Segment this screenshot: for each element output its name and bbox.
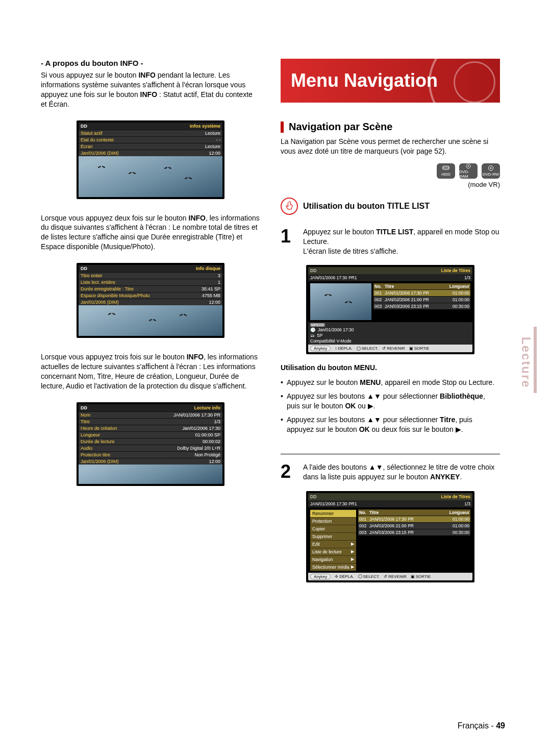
osd-row-value: 12:00: [209, 459, 220, 464]
table-row[interactable]: 003 JAN/03/2006 23:15 PR 00:30:00: [358, 529, 470, 535]
title-thumbnail: [310, 283, 371, 320]
bird-icon: [186, 177, 191, 180]
table-row[interactable]: 001 JAN/01/2006 17:30 PR 01:00:00: [358, 516, 470, 522]
return-icon: ↺: [382, 346, 386, 351]
label: DÉPLA.: [339, 574, 354, 579]
label: Supprimer: [312, 534, 332, 539]
osd-page-indicator: 1/3: [464, 275, 470, 280]
osd-title-list-context: DD Liste de Titres JAN/01/2006 17:30 PR1…: [306, 491, 474, 582]
ctx-delete[interactable]: Supprimer: [310, 532, 356, 540]
osd-dd-label: DD: [81, 266, 87, 271]
osd-row-value: 3: [218, 273, 220, 278]
osd-title: Liste de Titres: [441, 268, 470, 273]
bird-icon: [325, 294, 331, 297]
osd-row-label: Espace disponible Musique/Photo: [81, 293, 150, 298]
osd-row-label: Titre: [81, 419, 90, 424]
menu-button-steps: Appuyez sur le bouton MENU, appareil en …: [281, 378, 500, 438]
col-head-length: Longueur: [446, 283, 470, 289]
bird-icon: [150, 319, 155, 322]
page-number: 49: [496, 721, 505, 730]
label: Navigation: [312, 557, 333, 562]
step-1: 1 Appuyez sur le bouton TITLE LIST, appa…: [281, 227, 500, 256]
table-row[interactable]: 001 JAN/01/2006 17:30 PR 01:00:00: [373, 289, 470, 296]
heading-text: Navigation par Scène: [289, 121, 392, 133]
osd-row-value: 00:00:02: [203, 439, 220, 444]
title-table: No. Titre Longueur 001 JAN/01/2006 17:30…: [358, 509, 470, 571]
ctx-playlist[interactable]: Liste de lecture▶: [310, 548, 356, 555]
meta-datetime: Jan/01/2006 17:30: [318, 327, 354, 332]
ctx-copy[interactable]: Copier: [310, 525, 356, 532]
quality-icon: 🗂: [310, 333, 315, 338]
anykey-pill[interactable]: Anykey: [310, 346, 331, 351]
col-head-no: No.: [358, 509, 368, 516]
title-list-heading: Utilisation du bouton TITLE LIST: [303, 202, 430, 211]
text: ou deux fois sur le bouton ▶.: [370, 425, 463, 433]
cell-title: JAN/02/2006 21:00 PR: [368, 523, 446, 529]
title-list-bold: TITLE LIST: [376, 228, 413, 236]
cell-length: 01:00:00: [446, 290, 470, 296]
title-bold: Titre: [440, 416, 455, 424]
text: Lorsque vous appuyez trois fois sur le b…: [41, 353, 187, 361]
col-head-length: Longueur: [446, 509, 470, 516]
cell-title: JAN/01/2006 17:30 PR: [368, 516, 446, 522]
info-bold: INFO: [140, 90, 157, 99]
osd-dd-label: DD: [81, 405, 87, 410]
mode-vr-label: (mode VR): [281, 181, 500, 188]
cell-length: 00:30:00: [446, 529, 470, 535]
manual-page: - A propos du bouton INFO - Si vous appu…: [0, 0, 551, 612]
osd-title: Info disque: [196, 266, 220, 271]
text: Appuyez sur les boutons ▲▼ pour sélectio…: [287, 392, 440, 400]
svg-point-3: [468, 165, 469, 166]
info-press-once-paragraph: Si vous appuyez sur le bouton INFO penda…: [41, 70, 260, 109]
video-preview: [79, 305, 222, 336]
osd-row-label: Durée de lecture: [81, 439, 115, 444]
ctx-edit[interactable]: Edit▶: [310, 540, 356, 548]
ctx-protection[interactable]: Protection: [310, 517, 356, 525]
table-row[interactable]: 002 JAN/02/2006 21:00 PR 01:00:00: [358, 522, 470, 529]
bird-icon: [109, 312, 114, 315]
cell-no: 002: [373, 297, 384, 303]
ctx-select-media[interactable]: Sélectionner média▶: [310, 563, 356, 571]
ctx-navigation[interactable]: Navigation▶: [310, 555, 356, 563]
footer-return: ↺REVENIR: [382, 346, 405, 351]
list-item: Appuyez sur les boutons ▲▼ pour sélectio…: [281, 392, 500, 411]
text: , appareil en mode Stop ou Lecture.: [381, 378, 494, 386]
page-footer: Français - 49: [458, 721, 505, 730]
table-row[interactable]: 003 JAN/03/2006 23:15 PR 00:30:00: [373, 303, 470, 309]
info-bold: INFO: [138, 71, 155, 79]
icon-label: DVD-RW: [483, 172, 499, 177]
scene-navigation-heading: Navigation par Scène: [281, 121, 500, 133]
red-bar-icon: [281, 121, 284, 133]
hdd-icon: HDD: [437, 163, 455, 179]
divider: [281, 454, 500, 454]
osd-row-value: - -: [216, 137, 221, 142]
ctx-rename[interactable]: Renommer: [310, 509, 356, 517]
footer-language: Français: [458, 721, 489, 730]
list-item: Appuyez sur les boutons ▲▼ pour sélectio…: [281, 415, 500, 434]
osd-row-label: Statut actif: [81, 131, 103, 136]
exit-icon: ▣: [411, 574, 415, 579]
supported-media-icons: HDD DVD-RAM DVD-RW: [281, 163, 500, 179]
text: Appuyez sur le bouton: [287, 378, 360, 386]
anykey-pill[interactable]: Anykey: [310, 574, 331, 579]
osd-row-label: Heure de création: [81, 426, 117, 431]
footer-return: ↺REVENIR: [384, 574, 407, 579]
osd-row-label: Longueur: [81, 432, 100, 437]
col-head-title: Titre: [384, 283, 446, 289]
osd-row-label: Protection titre: [81, 452, 110, 457]
cell-title: JAN/01/2006 17:30 PR: [384, 290, 446, 296]
anykey-bold: ANYKEY: [430, 473, 460, 481]
osd-row-value: Dolby Digital 2/0 L+R: [177, 446, 220, 451]
svg-rect-1: [443, 167, 449, 169]
table-row[interactable]: 002 JAN/02/2006 21:00 PR 01:00:00: [373, 296, 470, 303]
osd-dd-label: DD: [310, 268, 316, 273]
step-2: 2 A l'aide des boutons ▲▼, sélectionnez …: [281, 462, 500, 482]
text: .: [460, 473, 462, 481]
chapter-tab-label: Lecture: [519, 337, 533, 388]
osd-row-value: Jan/01/2006 17:30: [182, 426, 220, 431]
bird-icon: [130, 172, 135, 175]
cell-title: JAN/02/2006 21:00 PR: [384, 297, 446, 303]
cell-no: 001: [373, 290, 384, 296]
osd-row-label: Jan/01/2006 (DIM): [81, 300, 119, 305]
label: Renommer: [312, 511, 334, 516]
